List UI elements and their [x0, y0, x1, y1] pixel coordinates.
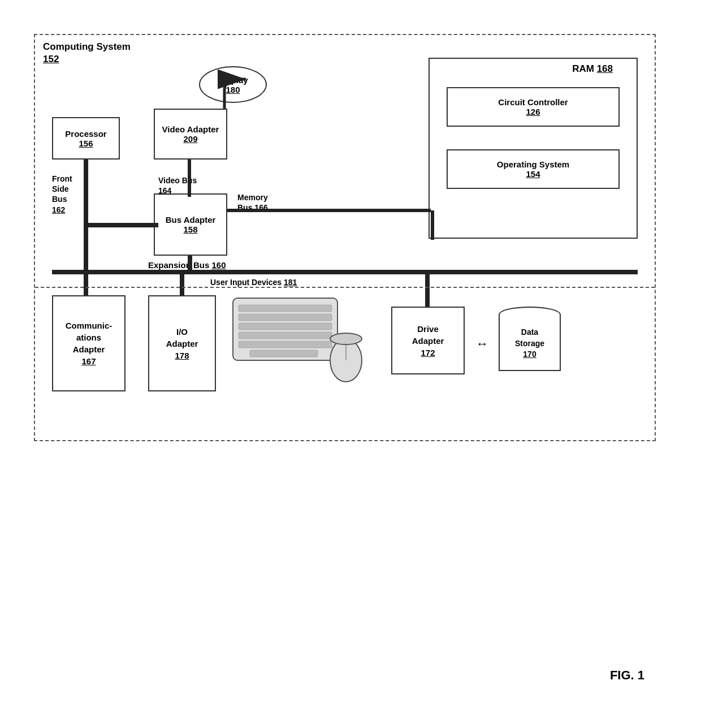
comm-adapter-box: Communic-ationsAdapter167 — [52, 295, 126, 391]
fsb-vertical-line — [84, 160, 88, 273]
processor-box: Processor 156 — [52, 117, 120, 160]
video-adapter-box: Video Adapter 209 — [154, 109, 227, 160]
drive-adapter-label: DriveAdapter172 — [412, 323, 444, 359]
os-label: Operating System 154 — [497, 160, 569, 179]
processor-label: Processor 156 — [65, 129, 106, 148]
computing-system-label: Computing System 152 — [43, 41, 131, 66]
diagram-container: Computing System 152 RAM 168 Circuit Con… — [34, 34, 656, 441]
user-input-devices-label: User Input Devices 181 — [210, 277, 297, 287]
fsb-label: FrontSideBus162 — [52, 174, 72, 215]
svg-rect-6 — [239, 341, 332, 348]
video-adapter-label: Video Adapter 209 — [162, 124, 219, 144]
svg-rect-2 — [239, 305, 332, 312]
expansion-bus-line — [52, 270, 638, 274]
ram-box: RAM 168 Circuit Controller 126 Operating… — [429, 58, 638, 239]
memory-bus-line — [227, 209, 431, 212]
ram-label: RAM 168 — [572, 63, 613, 75]
ram-to-membus-line — [431, 210, 434, 240]
arrow-to-display-icon — [207, 68, 253, 113]
circuit-controller-box: Circuit Controller 126 — [447, 87, 620, 127]
data-storage-cylinder: DataStorage170 — [499, 307, 561, 374]
expansion-bus-label: Expansion Bus 160 — [148, 260, 226, 270]
video-bus-vertical-line — [188, 160, 191, 197]
bus-adapter-box: Bus Adapter 158 — [154, 193, 227, 256]
keyboard-mouse-icon — [227, 292, 369, 391]
data-storage-label: DataStorage170 — [499, 318, 561, 360]
svg-rect-7 — [250, 350, 318, 357]
circuit-controller-label: Circuit Controller 126 — [498, 97, 568, 117]
io-adapter-label: I/OAdapter178 — [166, 326, 198, 361]
svg-rect-4 — [239, 323, 332, 330]
bus-adapter-label: Bus Adapter 158 — [166, 215, 216, 234]
drive-adapter-box: DriveAdapter172 — [391, 307, 465, 374]
svg-rect-5 — [239, 332, 332, 339]
os-box: Operating System 154 — [447, 149, 620, 189]
svg-rect-3 — [239, 314, 332, 321]
bus-adapter-down-line — [188, 256, 192, 273]
proc-to-bus-line — [88, 223, 158, 227]
comm-adapter-label: Communic-ationsAdapter167 — [66, 320, 112, 367]
figure-label: FIG. 1 — [610, 668, 644, 683]
svg-point-10 — [330, 333, 362, 344]
drive-storage-arrow-icon: ↔ — [466, 338, 499, 350]
io-adapter-box: I/OAdapter178 — [148, 295, 216, 391]
